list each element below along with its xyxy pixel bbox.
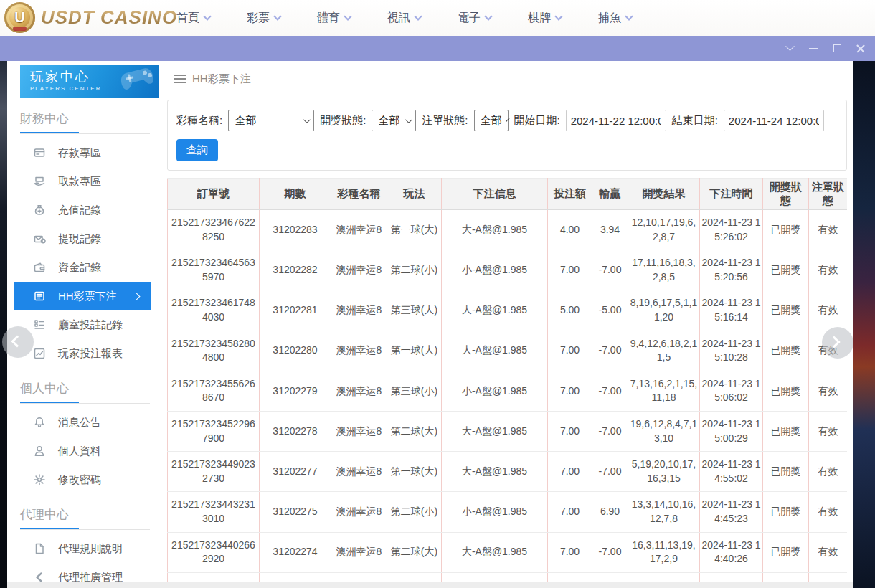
- cell-empty: [260, 572, 331, 582]
- table-row: 215217323458280480031202280澳洲幸运8第一球(大)大-…: [168, 331, 848, 371]
- lottery-name-select[interactable]: 全部: [228, 110, 314, 131]
- chevron-right-icon: [133, 293, 141, 300]
- start-date-label: 開始日期:: [514, 114, 560, 128]
- close-icon[interactable]: [853, 42, 868, 56]
- cell-period: 31202274: [260, 532, 331, 572]
- bets-table-wrap: 訂單號期數彩種名稱玩法下注信息投注額輸贏開獎結果下注時間開獎狀態注單狀態 215…: [167, 178, 847, 582]
- maximize-icon[interactable]: [830, 42, 844, 56]
- next-page-button[interactable]: [822, 327, 853, 359]
- filter-panel: 彩種名稱: 全部 開獎狀態: 全部 注單狀態: 全部 開始: [167, 100, 847, 171]
- order-status-select[interactable]: 全部: [474, 110, 509, 131]
- cell-draw-status: 已開獎: [763, 452, 809, 492]
- sidebar-item-profile[interactable]: 個人資料: [7, 437, 159, 465]
- cell-empty: [548, 572, 592, 582]
- column-header-bet-time: 下注時間: [700, 179, 763, 210]
- page-title: HH彩票下注: [192, 72, 251, 86]
- cell-play-type: 第二球(小): [387, 250, 442, 290]
- cell-order-status: 有效: [809, 290, 848, 331]
- cell-play-type: 第二球(大): [387, 532, 442, 572]
- column-header-order-no: 訂單號: [168, 179, 260, 210]
- nav-item-live[interactable]: 視訊: [387, 11, 421, 26]
- cell-bet-amount: 7.00: [548, 492, 592, 532]
- table-row: 215217323455626867031202279澳洲幸运8第三球(小)小-…: [168, 371, 848, 411]
- prev-page-button[interactable]: [2, 326, 34, 358]
- cell-lottery-name: 澳洲幸运8: [331, 250, 387, 290]
- cell-draw-status: 已開獎: [763, 371, 809, 411]
- sidebar-item-change-password[interactable]: 修改密碼: [7, 465, 159, 494]
- cell-draw-status: 已開獎: [763, 492, 809, 532]
- column-header-win-loss: 輸贏: [592, 179, 628, 210]
- cell-empty: [763, 572, 809, 582]
- cell-draw-result: 5,19,20,10,17,16,3,15: [628, 452, 700, 492]
- nav-item-sports[interactable]: 體育: [317, 11, 351, 26]
- cell-draw-status: 已開獎: [763, 532, 809, 572]
- column-header-period: 期數: [260, 179, 331, 210]
- sidebar-item-recharge-record[interactable]: 充值記錄: [7, 196, 159, 224]
- search-button[interactable]: 查詢: [176, 139, 218, 161]
- nav-item-label: 視訊: [387, 11, 410, 26]
- table-row-partial: [168, 572, 848, 582]
- sidebar-item-withdraw[interactable]: 取款專區: [7, 167, 159, 196]
- nav-item-label: 電子: [458, 11, 481, 26]
- cell-win-loss: -7.00: [592, 331, 628, 371]
- nav-item-fishing[interactable]: 捕魚: [598, 11, 632, 26]
- sidebar-item-label: 取款專區: [58, 175, 101, 189]
- cell-bet-info: 大-A盤@1.985: [442, 452, 548, 492]
- sidebar: 玩家中心 PLAYERS CENTER 財務中心存款專區取款專區充值記錄提現記錄…: [7, 61, 159, 582]
- cell-bet-amount: 7.00: [548, 371, 592, 411]
- minimize-icon[interactable]: [806, 42, 820, 56]
- nav-item-cards[interactable]: 棋牌: [528, 11, 562, 26]
- cell-draw-result: 9,4,12,6,18,2,11,5: [628, 331, 700, 371]
- chevron-down-icon: [554, 12, 562, 20]
- window-titlebar: [0, 36, 875, 61]
- chevron-down-icon: [414, 12, 422, 20]
- order-status-label: 注單狀態:: [422, 114, 468, 128]
- table-row: 215217323461748403031202281澳洲幸运8第三球(大)大-…: [168, 290, 848, 331]
- cell-order-no: 2152173234645635970: [168, 250, 260, 290]
- end-date-label: 結束日期:: [672, 114, 718, 128]
- brand-logo[interactable]: U USDT CASINO: [4, 2, 177, 33]
- column-header-play-type: 玩法: [387, 179, 442, 210]
- app-body: 玩家中心 PLAYERS CENTER 財務中心存款專區取款專區充值記錄提現記錄…: [7, 61, 853, 588]
- column-header-bet-amount: 投注額: [548, 179, 592, 210]
- cell-bet-info: 大-A盤@1.985: [442, 532, 548, 572]
- cell-period: 31202279: [260, 371, 331, 411]
- nav-item-home[interactable]: 首頁: [176, 11, 210, 26]
- horizontal-scrollbar[interactable]: [7, 582, 853, 588]
- sidebar-item-messages[interactable]: 消息公告: [7, 408, 159, 437]
- column-header-draw-result: 開獎結果: [628, 179, 700, 210]
- cell-lottery-name: 澳洲幸运8: [331, 492, 387, 532]
- cell-order-no: 2152173234582804800: [168, 331, 260, 371]
- bell-icon: [33, 416, 46, 429]
- table-row: 215217323452296790031202278澳洲幸运8第二球(大)大-…: [168, 411, 848, 451]
- sidebar-item-withdrawal-record[interactable]: 提現記錄: [7, 224, 159, 253]
- cell-bet-amount: 7.00: [548, 411, 592, 451]
- cell-order-no: 2152173234522967900: [168, 411, 260, 451]
- user-icon: [33, 445, 46, 457]
- menu-icon[interactable]: [174, 75, 186, 83]
- table-row: 215217323443231301031202275澳洲幸运8第二球(小)小-…: [168, 492, 848, 532]
- cell-win-loss: -7.00: [592, 371, 628, 411]
- cell-draw-result: 12,10,17,19,6,2,8,7: [628, 210, 700, 250]
- sidebar-item-funds-record[interactable]: 資金記錄: [7, 253, 159, 282]
- draw-status-select[interactable]: 全部: [372, 110, 416, 131]
- cell-empty: [168, 572, 260, 582]
- sidebar-item-label: 資金記錄: [58, 261, 101, 275]
- cell-period: 31202282: [260, 250, 331, 290]
- cell-draw-status: 已開獎: [763, 331, 809, 371]
- sidebar-item-agent-promotion[interactable]: 代理推廣管理: [7, 563, 159, 582]
- sidebar-item-deposit[interactable]: 存款專區: [7, 138, 159, 167]
- cell-bet-amount: 7.00: [548, 250, 592, 290]
- sidebar-item-agent-rules[interactable]: 代理規則說明: [7, 534, 159, 563]
- chevron-down-icon[interactable]: [782, 42, 797, 56]
- nav-item-slots[interactable]: 電子: [458, 11, 491, 26]
- section-title: 代理中心: [20, 506, 159, 523]
- sidebar-item-label: 充值記錄: [58, 204, 101, 217]
- sidebar-item-hh-lottery-bets[interactable]: HH彩票下注: [14, 282, 151, 310]
- end-date-input[interactable]: [724, 110, 824, 131]
- start-date-input[interactable]: [566, 110, 666, 131]
- cell-play-type: 第二球(大): [387, 411, 442, 451]
- sidebar-item-label: 廳室投註記錄: [58, 318, 123, 332]
- cell-win-loss: -7.00: [592, 250, 628, 290]
- nav-item-lottery[interactable]: 彩票: [247, 11, 280, 26]
